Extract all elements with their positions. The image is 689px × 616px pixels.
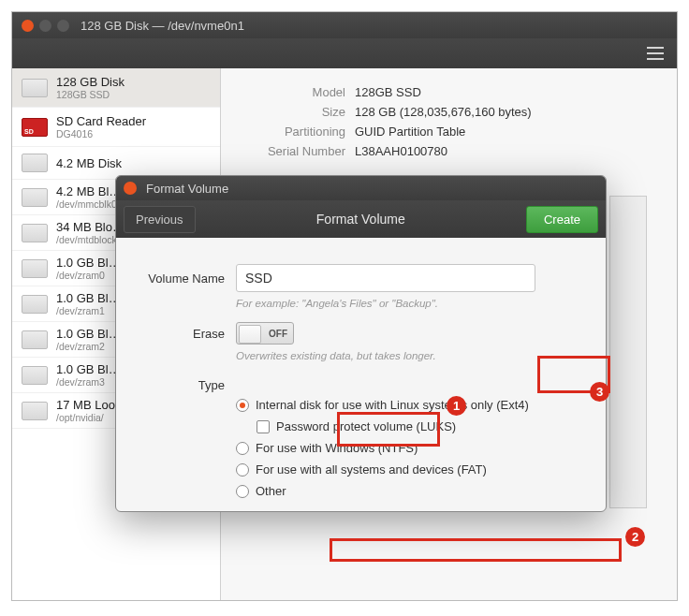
hard-disk-icon xyxy=(22,366,48,385)
volume-map xyxy=(609,196,647,508)
format-volume-dialog: Format Volume Previous Format Volume Cre… xyxy=(115,175,607,512)
disk-sub: /dev/zram3 xyxy=(56,376,121,388)
hard-disk-icon xyxy=(22,79,48,97)
dialog-title: Format Volume xyxy=(146,182,228,196)
erase-label: Erase xyxy=(139,327,225,341)
erase-help: Overwrites existing data, but takes long… xyxy=(236,350,583,361)
radio-icon[interactable] xyxy=(236,463,249,477)
disk-name: 1.0 GB Bl… xyxy=(56,256,121,270)
radio-icon[interactable] xyxy=(236,399,249,412)
hard-disk-icon xyxy=(22,330,48,349)
type-option[interactable]: For use with all systems and devices (FA… xyxy=(236,459,583,480)
disk-sub: /dev/zram0 xyxy=(56,270,121,281)
radio-icon[interactable] xyxy=(236,442,249,455)
disk-name: 1.0 GB Bl… xyxy=(56,362,121,376)
type-label: Type xyxy=(139,378,225,392)
type-option[interactable]: For use with Windows (NTFS) xyxy=(236,437,583,459)
disk-sub: /dev/zram2 xyxy=(56,341,121,352)
serial-label: Serial Number xyxy=(247,144,345,158)
volume-name-input[interactable] xyxy=(236,264,535,292)
dialog-close-icon[interactable] xyxy=(124,182,137,195)
volume-name-help: For example: "Angela's Files" or "Backup… xyxy=(236,298,583,309)
model-label: Model xyxy=(247,85,345,99)
hard-disk-icon xyxy=(22,295,48,314)
volume-name-label: Volume Name xyxy=(139,271,225,286)
hard-disk-icon xyxy=(22,224,48,242)
dialog-titlebar: Format Volume xyxy=(116,176,606,200)
hard-disk-icon xyxy=(22,402,48,420)
disk-name: 1.0 GB Bl… xyxy=(56,327,121,341)
sd-card-icon xyxy=(22,118,48,137)
window-min-icon[interactable] xyxy=(39,20,51,32)
hard-disk-icon xyxy=(22,188,48,207)
type-option-label: Other xyxy=(256,484,286,498)
disk-sub: 128GB SSD xyxy=(56,89,125,100)
checkbox-icon[interactable] xyxy=(257,420,270,433)
disk-name: SD Card Reader xyxy=(56,114,146,128)
annotation-callout-2: 2 xyxy=(625,527,645,547)
annotation-callout-3: 3 xyxy=(590,382,609,402)
dialog-header-title: Format Volume xyxy=(316,212,405,227)
hamburger-icon[interactable] xyxy=(647,47,664,60)
disk-sub: /dev/zram1 xyxy=(56,305,121,316)
serial-value: L38AAH0100780 xyxy=(355,144,447,158)
type-options: Internal disk for use with Linux systems… xyxy=(236,394,583,502)
type-option-label: Internal disk for use with Linux systems… xyxy=(256,398,529,412)
size-label: Size xyxy=(247,105,345,119)
annotation-callout-1: 1 xyxy=(447,396,466,416)
hard-disk-icon xyxy=(22,154,48,172)
type-option[interactable]: Password protect volume (LUKS) xyxy=(257,416,583,437)
type-option[interactable]: Internal disk for use with Linux systems… xyxy=(236,394,583,416)
disk-item[interactable]: SD Card ReaderDG4016 xyxy=(12,108,220,147)
type-option-label: Password protect volume (LUKS) xyxy=(276,419,456,433)
disk-name: 1.0 GB Bl… xyxy=(56,291,121,305)
type-option-label: For use with all systems and devices (FA… xyxy=(256,462,487,477)
window-titlebar: 128 GB Disk — /dev/nvme0n1 xyxy=(12,12,677,38)
size-value: 128 GB (128,035,676,160 bytes) xyxy=(355,105,532,119)
window-close-icon[interactable] xyxy=(22,20,34,32)
partitioning-value: GUID Partition Table xyxy=(355,125,465,139)
model-value: 128GB SSD xyxy=(355,85,421,99)
radio-icon[interactable] xyxy=(236,485,249,498)
type-option[interactable]: Other xyxy=(236,480,583,502)
menubar xyxy=(12,38,677,68)
previous-button[interactable]: Previous xyxy=(124,206,196,233)
hard-disk-icon xyxy=(22,259,48,278)
window-max-icon[interactable] xyxy=(57,20,69,32)
type-option-label: For use with Windows (NTFS) xyxy=(256,441,418,455)
create-button[interactable]: Create xyxy=(526,206,598,233)
window-title: 128 GB Disk — /dev/nvme0n1 xyxy=(81,19,244,33)
disk-name: 4.2 MB Disk xyxy=(56,156,122,170)
disk-item[interactable]: 128 GB Disk128GB SSD xyxy=(12,68,220,108)
erase-toggle[interactable]: OFF xyxy=(236,322,294,345)
disk-name: 128 GB Disk xyxy=(56,75,125,89)
partitioning-label: Partitioning xyxy=(247,125,345,139)
disk-sub: DG4016 xyxy=(56,128,146,139)
